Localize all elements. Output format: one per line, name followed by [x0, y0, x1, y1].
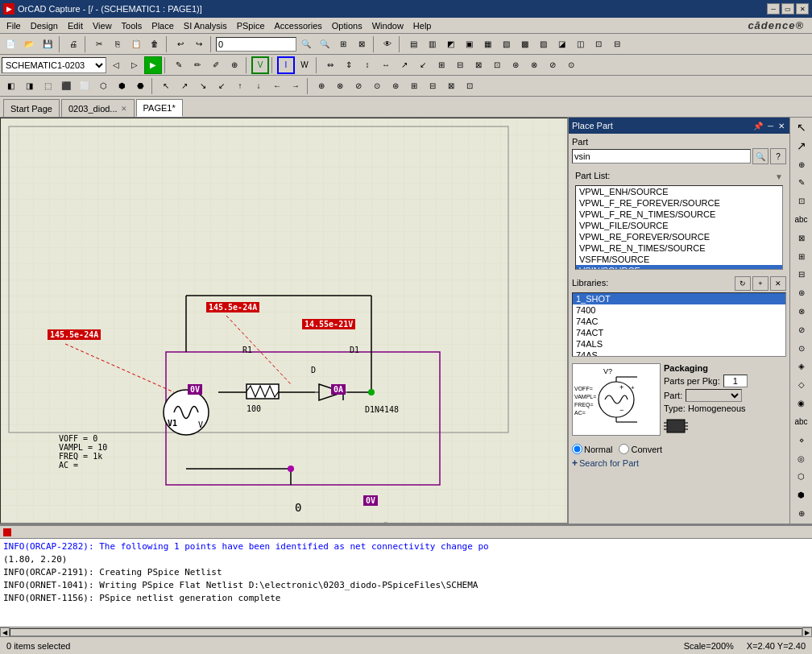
- panel-pin-btn[interactable]: 📌: [752, 122, 764, 130]
- tb3-btn13[interactable]: ↑: [231, 77, 249, 95]
- rt-btn9[interactable]: ⊟: [793, 267, 810, 284]
- tb2-btn5[interactable]: ✐: [207, 56, 225, 74]
- tb3-btn24[interactable]: ⊠: [442, 77, 460, 95]
- lib-controls[interactable]: ↻ + ✕: [735, 276, 786, 291]
- menu-accessories[interactable]: Accessories: [270, 19, 327, 32]
- lib-item-6[interactable]: 74AS: [573, 350, 785, 357]
- rt-select-btn[interactable]: ↖: [793, 119, 810, 136]
- rt-btn12[interactable]: ⊘: [793, 321, 810, 338]
- convert-radio-label[interactable]: Convert: [619, 444, 662, 454]
- tb2-btn14[interactable]: ↗: [396, 56, 413, 74]
- tb3-btn14[interactable]: ↓: [250, 77, 267, 95]
- tb3-btn23[interactable]: ⊟: [424, 77, 441, 95]
- rt-btn11[interactable]: ⊗: [793, 303, 810, 320]
- tb3-btn10[interactable]: ↗: [176, 77, 193, 95]
- lib-item-2[interactable]: 7400: [573, 304, 785, 316]
- tb3-btn4[interactable]: ⬛: [57, 77, 75, 95]
- new-button[interactable]: 📄: [2, 35, 19, 53]
- rt-btn13[interactable]: ⊙: [793, 340, 810, 357]
- tb2-btn8[interactable]: I: [277, 56, 295, 74]
- rt-btn22[interactable]: ⊕: [793, 505, 810, 522]
- part-input[interactable]: [572, 149, 751, 164]
- tb-btn11[interactable]: ⊡: [590, 35, 607, 53]
- tb3-btn8[interactable]: ⬣: [131, 77, 149, 95]
- tb2-btn10[interactable]: ⇔: [321, 56, 339, 74]
- tb3-btn21[interactable]: ⊛: [387, 77, 404, 95]
- delete-button[interactable]: 🗑: [146, 35, 164, 53]
- rt-btn5[interactable]: ⊡: [793, 192, 810, 209]
- tb-btn6[interactable]: ▧: [497, 35, 515, 53]
- tb2-btn21[interactable]: ⊗: [525, 56, 543, 74]
- tb2-btn23[interactable]: ⊙: [562, 56, 580, 74]
- tb-btn1[interactable]: ▤: [404, 35, 422, 53]
- lib-item-1[interactable]: 1_SHOT: [573, 293, 785, 304]
- tb2-btn20[interactable]: ⊛: [507, 56, 524, 74]
- tb-btn2[interactable]: ▥: [423, 35, 441, 53]
- open-button[interactable]: 📂: [20, 35, 38, 53]
- lib-item-4[interactable]: 74ACT: [573, 327, 785, 338]
- panel-close-btn[interactable]: ✕: [777, 122, 786, 130]
- tab-0203-diod[interactable]: 0203_diod... ✕: [61, 99, 135, 117]
- tb3-btn9[interactable]: ↖: [157, 77, 175, 95]
- part-item-3[interactable]: VPWL_F_RE_N_TIMES/SOURCE: [576, 209, 782, 220]
- log-content[interactable]: INFO(ORCAP-2282): The following 1 points…: [0, 539, 812, 627]
- tab-page1[interactable]: PAGE1*: [136, 99, 183, 117]
- zoom-fit-button[interactable]: ⊞: [334, 35, 352, 53]
- menu-pspice[interactable]: PSpice: [232, 19, 270, 32]
- tb3-btn18[interactable]: ⊗: [331, 77, 349, 95]
- log-hscroll[interactable]: ◀ ▶: [0, 627, 812, 637]
- part-item-6[interactable]: VPWL_RE_N_TIMES/SOURCE: [576, 242, 782, 254]
- menu-file[interactable]: File: [2, 19, 26, 32]
- filter-icon[interactable]: ▼: [775, 172, 783, 181]
- tb2-btn15[interactable]: ↙: [414, 56, 432, 74]
- tb3-btn7[interactable]: ⬢: [113, 77, 130, 95]
- rt-btn17[interactable]: abc: [793, 413, 810, 430]
- zoom-out-button[interactable]: 🔍: [316, 35, 334, 53]
- tb3-btn11[interactable]: ↘: [194, 77, 212, 95]
- tb2-btn4[interactable]: ✏: [188, 56, 206, 74]
- menu-tools[interactable]: Tools: [117, 19, 147, 32]
- tb-btn9[interactable]: ◪: [553, 35, 570, 53]
- tb2-btn6[interactable]: ⊕: [226, 56, 243, 74]
- tb3-btn2[interactable]: ◨: [20, 77, 38, 95]
- tb-btn3[interactable]: ◩: [441, 35, 459, 53]
- menu-place[interactable]: Place: [147, 19, 179, 32]
- run-btn[interactable]: ▶: [144, 56, 162, 74]
- tb2-btn18[interactable]: ⊠: [470, 56, 487, 74]
- menu-design[interactable]: Design: [26, 19, 63, 32]
- log-scroll-right[interactable]: ▶: [802, 627, 812, 637]
- scroll-left-btn[interactable]: ◀: [1, 524, 12, 524]
- menu-help[interactable]: Help: [408, 19, 437, 32]
- part-item-5[interactable]: VPWL_RE_FOREVER/SOURCE: [576, 231, 782, 242]
- convert-radio[interactable]: [619, 444, 629, 454]
- tb2-btn13[interactable]: ↔: [377, 56, 395, 74]
- tb-btn10[interactable]: ◫: [571, 35, 589, 53]
- lib-add-btn[interactable]: +: [752, 276, 768, 291]
- tb-btn5[interactable]: ▦: [478, 35, 496, 53]
- tb-btn8[interactable]: ▨: [534, 35, 552, 53]
- part-item-8[interactable]: VSIN/SOURCE: [576, 265, 782, 270]
- tab-0203-diod-close[interactable]: ✕: [121, 105, 127, 113]
- tb2-btn3[interactable]: ✎: [170, 56, 188, 74]
- menu-edit[interactable]: Edit: [63, 19, 88, 32]
- panel-min-btn[interactable]: ─: [766, 122, 775, 130]
- tb3-btn5[interactable]: ⬜: [76, 77, 93, 95]
- tb2-btn11[interactable]: ⇕: [340, 56, 358, 74]
- part-search-btn[interactable]: 🔍: [752, 148, 768, 164]
- part-item-7[interactable]: VSFFM/SOURCE: [576, 254, 782, 265]
- part-item-4[interactable]: VPWL_FILE/SOURCE: [576, 220, 782, 231]
- schematic-canvas[interactable]: ↗ 145.5e-24A 145.5e-24A 14.55e-21V 0V 0A…: [1, 118, 567, 523]
- undo-button[interactable]: ↩: [172, 35, 189, 53]
- normal-radio-label[interactable]: Normal: [572, 444, 612, 454]
- tb3-btn1[interactable]: ◧: [2, 77, 19, 95]
- tb3-btn17[interactable]: ⊕: [313, 77, 330, 95]
- menu-view[interactable]: View: [88, 19, 117, 32]
- rt-btn20[interactable]: ⬡: [793, 468, 810, 485]
- redo-button[interactable]: ↪: [190, 35, 208, 53]
- rt-btn8[interactable]: ⊞: [793, 248, 810, 265]
- schematic-area[interactable]: ↗ 145.5e-24A 145.5e-24A 14.55e-21V 0V 0A…: [0, 118, 568, 524]
- close-button[interactable]: ✕: [796, 3, 809, 14]
- search-input[interactable]: [216, 37, 296, 52]
- rt-btn21[interactable]: ⬢: [793, 486, 810, 503]
- tb-btn7[interactable]: ▩: [516, 35, 533, 53]
